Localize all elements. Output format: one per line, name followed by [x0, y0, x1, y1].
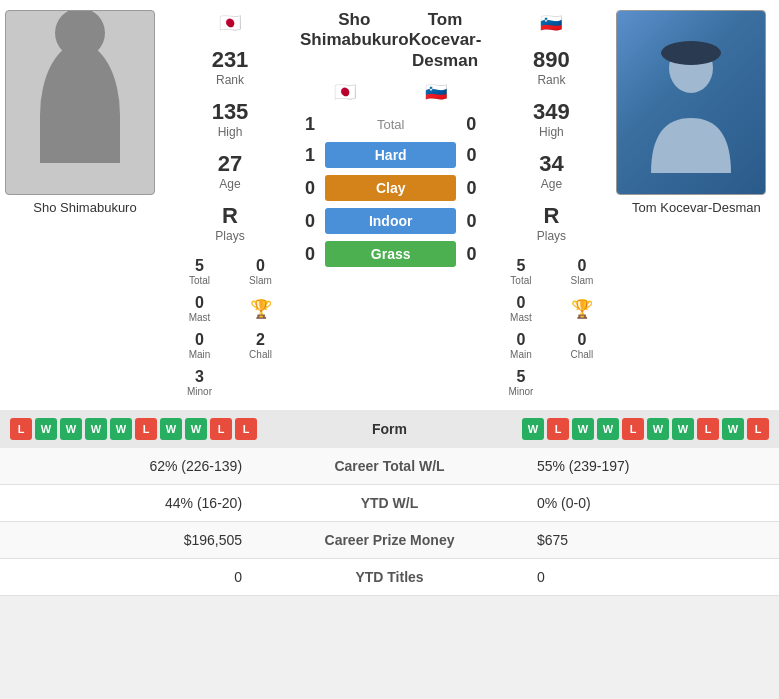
player1-mast-lbl: Mast [173, 312, 226, 323]
player1-minor-cell: 3 Minor [170, 365, 229, 400]
stats-row-3: 0YTD Titles0 [0, 559, 779, 596]
player2-main-val: 0 [494, 331, 547, 349]
player1-main-val: 0 [173, 331, 226, 349]
player1-trophy-icon: 🏆 [250, 298, 272, 320]
p1-form-badge-5: L [135, 418, 157, 440]
total-label: Total [377, 117, 404, 132]
clay-p1-score: 0 [300, 178, 320, 199]
player1-chall-cell: 2 Chall [231, 328, 290, 363]
p1-form-badges: LWWWWLWWLL [10, 418, 257, 440]
p1-form-badge-4: W [110, 418, 132, 440]
player2-rank-label: Rank [493, 73, 609, 87]
clay-button: Clay [325, 175, 456, 201]
grass-p2-score: 0 [461, 244, 481, 265]
clay-p2-score: 0 [461, 178, 481, 199]
player1-chall-lbl: Chall [234, 349, 287, 360]
player2-minor-cell: 5 Minor [491, 365, 550, 400]
stats-row-2: $196,505Career Prize Money$675 [0, 522, 779, 559]
player1-slam-cell: 0 Slam [231, 254, 290, 289]
p2-form-badge-0: W [522, 418, 544, 440]
player2-age-label: Age [493, 177, 609, 191]
indoor-row: 0 Indoor 0 [300, 206, 481, 236]
player2-main-lbl: Main [494, 349, 547, 360]
player1-rank-block: 231 Rank [170, 42, 290, 92]
player2-mast-cell: 0 Mast [491, 291, 550, 326]
player1-plays-label: Plays [172, 229, 288, 243]
player2-high-value: 349 [493, 99, 609, 125]
player2-plays-value: R [493, 203, 609, 229]
player1-high-value: 135 [172, 99, 288, 125]
p2-form-badge-5: W [647, 418, 669, 440]
stats-p2-2: $675 [522, 522, 779, 559]
player1-slam-lbl: Slam [234, 275, 287, 286]
player2-chall-lbl: Chall [555, 349, 608, 360]
p1-name-header: Sho Shimabukuro [300, 10, 409, 71]
form-section: LWWWWLWWLL Form WLWWLWWLWL [0, 410, 779, 448]
p2-flag-center: 🇸🇮 [425, 81, 447, 103]
player2-total-val: 5 [494, 257, 547, 275]
player2-age-value: 34 [493, 151, 609, 177]
flags-row: 🇯🇵 🇸🇮 [300, 79, 481, 105]
stats-p2-3: 0 [522, 559, 779, 596]
p1-form-badge-1: W [35, 418, 57, 440]
stats-label-0: Career Total W/L [257, 448, 522, 485]
player2-mast-lbl: Mast [494, 312, 547, 323]
total-p2-score: 0 [461, 114, 481, 135]
stats-p2-0: 55% (239-197) [522, 448, 779, 485]
stats-p1-0: 62% (226-139) [0, 448, 257, 485]
player1-age-value: 27 [172, 151, 288, 177]
hard-button: Hard [325, 142, 456, 168]
player1-minor-val: 3 [173, 368, 226, 386]
player1-mast-val: 0 [173, 294, 226, 312]
player1-chall-val: 2 [234, 331, 287, 349]
hard-p1-score: 1 [300, 145, 320, 166]
player2-mini-stats: 5 Total 0 Slam 0 Mast 🏆 0 Main [491, 254, 611, 400]
indoor-p1-score: 0 [300, 211, 320, 232]
player2-slam-lbl: Slam [555, 275, 608, 286]
grass-p1-score: 0 [300, 244, 320, 265]
p2-form-badge-7: L [697, 418, 719, 440]
grass-button: Grass [325, 241, 456, 267]
player1-rank-label: Rank [172, 73, 288, 87]
p2-form-badge-1: L [547, 418, 569, 440]
p1-form-badge-8: L [210, 418, 232, 440]
p1-name-line1: Sho [338, 10, 370, 30]
player2-high-block: 349 High [491, 94, 611, 144]
player1-total-cell: 5 Total [170, 254, 229, 289]
player1-plays-value: R [172, 203, 288, 229]
p1-name-line2: Shimabukuro [300, 30, 409, 50]
player2-photo-placeholder [617, 11, 765, 194]
indoor-p2-score: 0 [461, 211, 481, 232]
player1-name-below: Sho Shimabukuro [5, 200, 165, 215]
player1-silhouette [40, 43, 120, 163]
player2-total-lbl: Total [494, 275, 547, 286]
player2-plays-block: R Plays [491, 198, 611, 248]
p1-form-badge-0: L [10, 418, 32, 440]
player1-plays-block: R Plays [170, 198, 290, 248]
middle-col: Sho Shimabukuro Tom Kocevar- Desman 🇯🇵 🇸… [295, 10, 486, 400]
player2-name-below: Tom Kocevar-Desman [616, 200, 776, 215]
p1-form-badge-9: L [235, 418, 257, 440]
player1-photo [5, 10, 155, 195]
player1-flag: 🇯🇵 [170, 12, 290, 34]
player-names-row: Sho Shimabukuro Tom Kocevar- Desman [300, 10, 481, 76]
player2-stats-col: 🇸🇮 890 Rank 349 High 34 Age R Plays 5 [491, 10, 611, 400]
p1-flag-center: 🇯🇵 [334, 81, 356, 103]
player2-slam-cell: 0 Slam [552, 254, 611, 289]
p1-form-badge-3: W [85, 418, 107, 440]
player2-trophy-cell: 🏆 [552, 291, 611, 326]
player2-slam-val: 0 [555, 257, 608, 275]
p2-name-line2: Desman [412, 51, 478, 71]
stats-table: 62% (226-139)Career Total W/L55% (239-19… [0, 448, 779, 596]
stats-p1-3: 0 [0, 559, 257, 596]
stats-p1-1: 44% (16-20) [0, 485, 257, 522]
player1-age-label: Age [172, 177, 288, 191]
hard-p2-score: 0 [461, 145, 481, 166]
player1-photo-col: Sho Shimabukuro [5, 10, 165, 400]
player2-plays-label: Plays [493, 229, 609, 243]
player2-photo-svg [641, 33, 741, 173]
stats-label-2: Career Prize Money [257, 522, 522, 559]
player2-minor-val: 5 [494, 368, 547, 386]
p2-form-badge-3: W [597, 418, 619, 440]
p2-form-badge-8: W [722, 418, 744, 440]
